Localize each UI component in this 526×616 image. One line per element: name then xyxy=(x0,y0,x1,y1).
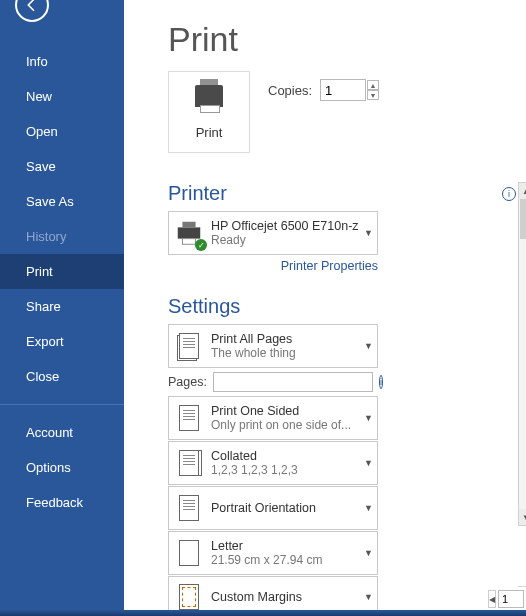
print-range-line2: The whole thing xyxy=(211,346,360,360)
copies-control: Copies: ▲ ▼ xyxy=(268,79,379,101)
sidebar-item-save[interactable]: Save xyxy=(0,149,124,184)
preview-footer: ◀ xyxy=(518,586,526,611)
svg-rect-2 xyxy=(182,239,195,245)
chevron-down-icon: ▼ xyxy=(364,228,373,238)
backstage-sidebar: Info New Open Save Save As History Print… xyxy=(0,0,124,610)
printer-status-icon: ✓ xyxy=(173,217,205,249)
sidebar-item-open[interactable]: Open xyxy=(0,114,124,149)
taskbar-edge xyxy=(0,610,526,616)
chevron-down-icon: ▼ xyxy=(364,341,373,351)
page-title: Print xyxy=(168,20,526,59)
chevron-down-icon: ▼ xyxy=(364,413,373,423)
settings-scrollbar[interactable]: ▲ ▼ xyxy=(518,182,526,526)
orientation-dropdown[interactable]: Portrait Orientation ▼ xyxy=(168,486,378,530)
paper-size-line2: 21.59 cm x 27.94 cm xyxy=(211,553,360,567)
sidebar-item-print[interactable]: Print xyxy=(0,254,124,289)
back-button[interactable] xyxy=(15,0,49,22)
preview-page-input[interactable] xyxy=(498,590,524,608)
one-sided-icon xyxy=(173,402,205,434)
printer-heading: Printer i xyxy=(168,182,518,205)
orientation-line1: Portrait Orientation xyxy=(211,501,360,515)
letter-icon xyxy=(173,537,205,569)
printer-info-icon[interactable]: i xyxy=(502,187,516,201)
printer-status-text: Ready xyxy=(211,233,360,247)
pages-info-icon[interactable]: i xyxy=(379,375,383,389)
sidebar-item-options[interactable]: Options xyxy=(0,450,124,485)
sidebar-separator xyxy=(0,404,124,405)
svg-rect-0 xyxy=(178,227,201,238)
print-range-dropdown[interactable]: Print All Pages The whole thing ▼ xyxy=(168,324,378,368)
collate-line2: 1,2,3 1,2,3 1,2,3 xyxy=(211,463,360,477)
collate-dropdown[interactable]: Collated 1,2,3 1,2,3 1,2,3 ▼ xyxy=(168,441,378,485)
print-button-label: Print xyxy=(196,125,223,140)
settings-column: Printer i ✓ HP Officejet 6500 E710n-z Re… xyxy=(168,178,518,616)
pages-row: Pages: i xyxy=(168,372,378,392)
chevron-down-icon: ▼ xyxy=(364,503,373,513)
print-range-line1: Print All Pages xyxy=(211,332,360,346)
copies-spin-up[interactable]: ▲ xyxy=(367,80,379,90)
pages-label: Pages: xyxy=(168,375,207,389)
printer-name: HP Officejet 6500 E710n-z xyxy=(211,219,360,233)
chevron-down-icon: ▼ xyxy=(364,592,373,602)
check-icon: ✓ xyxy=(195,239,207,251)
chevron-down-icon: ▼ xyxy=(364,548,373,558)
printer-properties-link[interactable]: Printer Properties xyxy=(168,259,378,273)
sidebar-item-feedback[interactable]: Feedback xyxy=(0,485,124,520)
sidebar-items: Info New Open Save Save As History Print… xyxy=(0,44,124,520)
portrait-icon xyxy=(173,492,205,524)
arrow-left-icon xyxy=(23,0,41,14)
paper-size-line1: Letter xyxy=(211,539,360,553)
scroll-up-button[interactable]: ▲ xyxy=(519,183,526,199)
sidebar-item-save-as[interactable]: Save As xyxy=(0,184,124,219)
sided-line2: Only print on one side of... xyxy=(211,418,360,432)
copies-label: Copies: xyxy=(268,83,312,98)
collated-icon xyxy=(173,447,205,479)
margins-icon xyxy=(173,581,205,613)
pages-input[interactable] xyxy=(213,372,373,392)
pages-icon xyxy=(173,330,205,362)
settings-heading: Settings xyxy=(168,295,518,318)
copies-input[interactable] xyxy=(320,79,366,101)
print-backstage-main: Print Print Copies: ▲ ▼ Printer i ✓ xyxy=(124,0,526,616)
svg-rect-1 xyxy=(182,222,195,228)
printer-icon xyxy=(195,85,223,107)
printer-dropdown[interactable]: ✓ HP Officejet 6500 E710n-z Ready ▼ xyxy=(168,211,378,255)
settings-heading-text: Settings xyxy=(168,295,240,318)
chevron-down-icon: ▼ xyxy=(364,458,373,468)
sidebar-item-close[interactable]: Close xyxy=(0,359,124,394)
printer-heading-text: Printer xyxy=(168,182,227,205)
print-button[interactable]: Print xyxy=(168,71,250,153)
preview-prev-page[interactable]: ◀ xyxy=(488,590,496,608)
sidebar-item-account[interactable]: Account xyxy=(0,415,124,450)
scroll-thumb[interactable] xyxy=(520,199,526,239)
paper-size-dropdown[interactable]: Letter 21.59 cm x 27.94 cm ▼ xyxy=(168,531,378,575)
copies-spinner: ▲ ▼ xyxy=(367,80,379,100)
collate-line1: Collated xyxy=(211,449,360,463)
sidebar-item-history: History xyxy=(0,219,124,254)
margins-line1: Custom Margins xyxy=(211,590,360,604)
scroll-down-button[interactable]: ▼ xyxy=(519,509,526,525)
sidebar-item-new[interactable]: New xyxy=(0,79,124,114)
sidebar-item-export[interactable]: Export xyxy=(0,324,124,359)
sidebar-item-info[interactable]: Info xyxy=(0,44,124,79)
sided-dropdown[interactable]: Print One Sided Only print on one side o… xyxy=(168,396,378,440)
print-top-row: Print Copies: ▲ ▼ xyxy=(168,71,526,153)
sided-line1: Print One Sided xyxy=(211,404,360,418)
sidebar-item-share[interactable]: Share xyxy=(0,289,124,324)
copies-spin-down[interactable]: ▼ xyxy=(367,90,379,100)
settings-scroll-area: Printer i ✓ HP Officejet 6500 E710n-z Re… xyxy=(168,178,526,616)
